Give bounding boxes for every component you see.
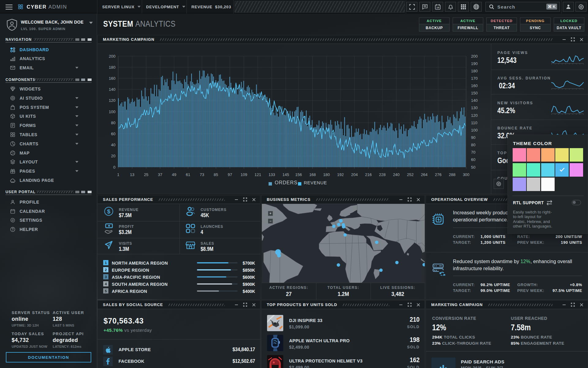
svg-text:109: 109 xyxy=(240,172,247,177)
svg-text:180: 180 xyxy=(471,69,478,73)
svg-text:160: 160 xyxy=(109,76,115,81)
svg-text:180: 180 xyxy=(323,172,330,177)
svg-text:288: 288 xyxy=(449,172,456,177)
svg-text:60: 60 xyxy=(471,157,475,162)
svg-text:216: 216 xyxy=(365,172,372,177)
svg-text:168: 168 xyxy=(309,172,316,177)
svg-text:156: 156 xyxy=(295,172,302,177)
svg-text:204: 204 xyxy=(351,172,358,177)
svg-text:170: 170 xyxy=(471,76,478,81)
svg-text:25: 25 xyxy=(144,172,148,177)
svg-text:252: 252 xyxy=(407,172,414,177)
svg-text:121: 121 xyxy=(254,172,261,177)
svg-text:$: $ xyxy=(107,208,111,215)
svg-text:0: 0 xyxy=(113,165,115,170)
svg-text:300: 300 xyxy=(463,172,469,177)
svg-text:60: 60 xyxy=(111,132,115,136)
svg-text:140: 140 xyxy=(471,98,478,103)
svg-text:160: 160 xyxy=(471,83,478,88)
svg-text:120: 120 xyxy=(471,113,478,118)
svg-text:276: 276 xyxy=(435,172,442,177)
svg-text:100: 100 xyxy=(109,109,115,114)
svg-text:130: 130 xyxy=(471,105,478,110)
svg-text:70: 70 xyxy=(471,150,475,155)
svg-text:120: 120 xyxy=(109,98,115,103)
svg-text:100: 100 xyxy=(471,128,478,132)
svg-text:228: 228 xyxy=(379,172,386,177)
svg-text:133: 133 xyxy=(269,172,275,177)
svg-text:110: 110 xyxy=(471,121,477,125)
svg-text:37: 37 xyxy=(158,172,162,177)
svg-text:40: 40 xyxy=(111,143,115,147)
svg-text:240: 240 xyxy=(393,172,400,177)
svg-text:13: 13 xyxy=(130,172,134,177)
svg-text:150: 150 xyxy=(471,91,478,95)
svg-text:180: 180 xyxy=(109,65,115,70)
svg-text:80: 80 xyxy=(111,121,115,125)
svg-text:192: 192 xyxy=(337,172,344,177)
svg-text:49: 49 xyxy=(172,172,176,177)
svg-text:20: 20 xyxy=(111,154,115,158)
svg-text:190: 190 xyxy=(471,61,478,66)
svg-text:61: 61 xyxy=(186,172,190,177)
svg-text:90: 90 xyxy=(471,135,475,140)
svg-text:140: 140 xyxy=(109,87,115,92)
svg-text:50: 50 xyxy=(471,165,475,170)
svg-text:80: 80 xyxy=(471,143,475,147)
svg-text:1: 1 xyxy=(117,172,119,177)
svg-text:264: 264 xyxy=(421,172,428,177)
svg-text:97: 97 xyxy=(228,172,232,177)
svg-text:200: 200 xyxy=(109,54,115,59)
svg-text:145: 145 xyxy=(282,172,289,177)
svg-text:73: 73 xyxy=(200,172,204,177)
svg-text:200: 200 xyxy=(471,54,478,59)
svg-text:19: 19 xyxy=(436,6,439,9)
svg-text:85: 85 xyxy=(214,172,218,177)
